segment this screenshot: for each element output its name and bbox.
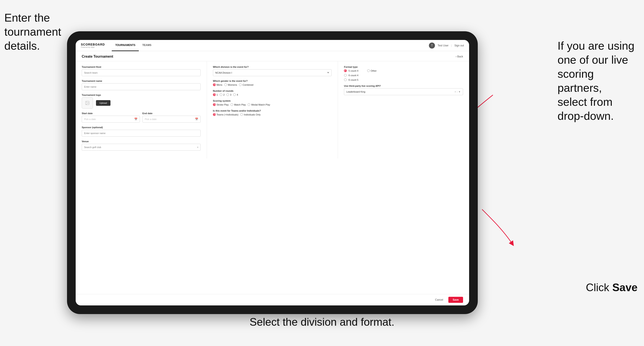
scoring-group: Scoring system Stroke Play Match Play [213,100,332,106]
format-other[interactable]: Other [367,69,377,72]
live-scoring-input[interactable]: Leaderboard King × | ▼ [344,88,463,95]
sign-out-link[interactable]: Sign out [454,44,464,47]
form-footer: Cancel Save [76,294,469,305]
back-link[interactable]: Back [456,55,463,58]
teams-plus-label: Teams (+Individuals) [216,113,238,116]
gender-combined-radio[interactable] [239,83,242,86]
sponsor-input[interactable] [82,130,200,137]
teams-group: Is this event for Teams and/or Individua… [213,109,332,116]
rounds-1-radio[interactable] [213,93,216,96]
format-5count4-radio[interactable] [344,69,347,72]
tournament-logo-group: Tournament logo Upload [82,94,200,109]
rounds-4[interactable]: 4 [233,93,238,96]
scoring-medal-match[interactable]: Medal Match Play [248,103,270,106]
form-header: Create Tournament Back [76,51,469,61]
rounds-2-label: 2 [223,93,224,96]
venue-dropdown-icon: ▼ [197,146,199,149]
main-nav: TOURNAMENTS TEAMS [112,40,429,51]
scoring-stroke-radio[interactable] [213,103,216,106]
rounds-2-radio[interactable] [220,93,222,96]
gender-mens-label: Mens [216,84,222,86]
format-6count4[interactable]: 6 count 4 [344,74,358,77]
gender-mens[interactable]: Mens [213,83,222,86]
tournament-name-group: Tournament name [82,80,200,90]
format-6count5-radio[interactable] [344,78,347,81]
form-column-right: Format type 5 count 4 6 count 4 [338,61,469,159]
rounds-1-label: 1 [216,93,218,96]
live-scoring-label: Use third-party live scoring API? [344,85,463,87]
rounds-radio-group: 1 2 3 4 [213,93,332,96]
live-scoring-clear[interactable]: × | ▼ [455,90,461,93]
gender-combined[interactable]: Combined [239,83,253,86]
venue-label: Venue [82,140,200,143]
tournament-host-input[interactable] [82,69,200,76]
end-date-input[interactable]: Pick a date 📅 [142,116,200,123]
teams-label: Is this event for Teams and/or Individua… [213,109,332,112]
rounds-3[interactable]: 3 [226,93,231,96]
logo-placeholder [82,97,93,109]
teams-plus-individuals[interactable]: Teams (+Individuals) [213,113,238,116]
venue-input[interactable] [82,144,200,151]
gender-womens[interactable]: Womens [224,83,237,86]
form-title: Create Tournament [82,55,113,58]
teams-plus-radio[interactable] [213,113,216,116]
brand-sub: Powered by clippt [81,46,105,48]
rounds-2[interactable]: 2 [220,93,224,96]
division-select[interactable]: NCAA Division I [213,69,332,76]
gender-combined-label: Combined [242,84,253,86]
cancel-button[interactable]: Cancel [432,297,446,303]
annotation-click-save-prefix: Click [586,281,612,294]
brand-name: SCOREBOARD [81,43,105,46]
individuals-only-radio[interactable] [240,113,243,116]
scoring-medal-match-label: Medal Match Play [251,103,270,106]
rounds-1[interactable]: 1 [213,93,218,96]
format-5count4-label: 5 count 4 [348,69,358,72]
start-date-group: Start date Pick a date 📅 [82,112,140,123]
calendar-icon-start: 📅 [134,118,138,121]
venue-group: Venue ▼ [82,140,200,151]
start-date-label: Start date [82,112,140,115]
rounds-4-radio[interactable] [233,93,236,96]
rounds-4-label: 4 [237,93,238,96]
dropdown-icon[interactable]: ▼ [458,90,461,93]
logo-area: Upload [82,97,200,109]
sponsor-label: Sponsor (optional) [82,126,200,129]
upload-button[interactable]: Upload [96,100,110,106]
format-6count5[interactable]: 6 count 5 [344,78,358,81]
tournament-logo-label: Tournament logo [82,94,200,96]
individuals-only-label: Individuals Only [244,113,261,116]
scoring-radio-group: Stroke Play Match Play Medal Match Play [213,103,332,106]
form-column-middle: Which division is the event for? NCAA Di… [207,61,338,159]
gender-radio-group: Mens Womens Combined [213,83,332,86]
tournament-name-input[interactable] [82,83,200,90]
gender-womens-radio[interactable] [224,83,227,86]
nav-teams[interactable]: TEAMS [139,40,155,51]
scoring-match[interactable]: Match Play [230,103,246,106]
save-button[interactable]: Save [448,297,463,303]
live-scoring-group: Use third-party live scoring API? Leader… [344,85,463,95]
individuals-only[interactable]: Individuals Only [240,113,261,116]
rounds-3-radio[interactable] [226,93,229,96]
dates-group: Start date Pick a date 📅 End date Pick a… [82,112,200,123]
annotation-enter-details: Enter the tournament details. [4,11,67,53]
format-type-group: Format type 5 count 4 6 count 4 [344,66,463,81]
scoring-medal-match-radio[interactable] [248,103,250,106]
format-6count4-radio[interactable] [344,74,347,77]
rounds-group: Number of rounds 1 2 [213,90,332,96]
live-scoring-value: Leaderboard King [346,90,365,93]
tablet-device: SCOREBOARD Powered by clippt TOURNAMENTS… [67,31,478,314]
scoring-match-radio[interactable] [230,103,233,106]
avatar: T [429,42,435,49]
format-other-radio[interactable] [367,69,370,72]
start-date-input[interactable]: Pick a date 📅 [82,116,140,123]
nav-tournaments[interactable]: TOURNAMENTS [112,40,139,51]
format-type-label: Format type [344,66,463,68]
format-5count4[interactable]: 5 count 4 [344,69,358,72]
gender-group: Which gender is the event for? Mens Wome… [213,80,332,86]
sponsor-group: Sponsor (optional) [82,126,200,137]
arrow-click-save [476,207,519,250]
gender-mens-radio[interactable] [213,83,216,86]
form-body: Tournament Host Tournament name Tourname… [76,61,469,159]
clear-icon[interactable]: × [455,90,456,93]
scoring-stroke[interactable]: Stroke Play [213,103,229,106]
